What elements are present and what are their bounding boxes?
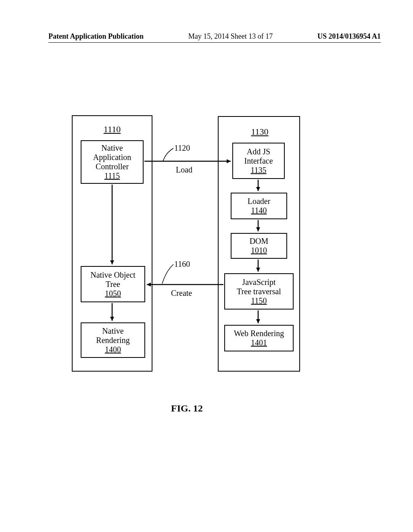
arrows-layer	[0, 0, 413, 532]
leader-1160	[162, 264, 173, 284]
leader-1120	[163, 148, 173, 161]
